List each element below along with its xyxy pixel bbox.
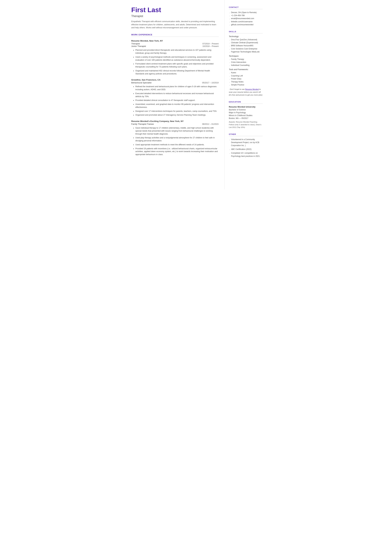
other-item-1: Volunteered in a Community Development P… <box>229 138 263 147</box>
edu-location-date: Boston, MA — 05/2017 <box>229 117 248 119</box>
job-bullets-2: Refined the treatment and behavioural pl… <box>131 85 219 117</box>
skills-tools-list: Kareo Coaching Loft Power Diary Therapy … <box>229 71 263 86</box>
job-role-3a: Family Therapist Trainee <box>131 123 154 125</box>
skills-techniques-label: Techniques: <box>229 55 263 57</box>
skill-item: Coaching Loft <box>229 74 263 77</box>
job-role-1b: Junior Therapist <box>131 45 146 47</box>
job-role-2a: Behavioural Specialist <box>131 82 152 84</box>
skill-item: DocuTrac QuicDoc (Advanced) <box>229 38 263 41</box>
edu-minors: Minors in Childhood Studies <box>229 114 252 117</box>
work-experience-header: WORK EXPERIENCE <box>131 34 219 37</box>
other-header: OTHER <box>229 133 263 136</box>
job-role-row-1a: Therapist 07/2019 – Present <box>131 42 219 45</box>
contact-item-location: Denver, OH (Open to Remote) <box>229 11 263 14</box>
other-item-2: ABC Certification (2022) <box>229 148 263 151</box>
education-header: EDUCATION <box>229 101 263 104</box>
skills-header: SKILLS <box>229 31 263 34</box>
bullet-item: Assembled, examined, and graphed data to… <box>135 103 219 109</box>
skills-tools-label: Tools and Frameworks: <box>229 68 263 70</box>
contact-item-email: email@resumeworded.com <box>229 17 263 20</box>
bullet-item: Refined the treatment and behavioural pl… <box>135 85 219 91</box>
bullet-item: Provided detailed clinical consultation … <box>135 99 219 102</box>
job-block-2: Growthsi, San Francisco, CA Behavioural … <box>131 79 219 117</box>
job-role-1a: Therapist <box>131 42 140 45</box>
contact-section: CONTACT Denver, OH (Open to Remote) +1-2… <box>229 6 263 26</box>
resume-worded-link[interactable]: Resume Worded <box>245 88 259 90</box>
candidate-summary: Empathetic Therapist with efficient comm… <box>131 20 219 29</box>
left-column: First Last Therapist Empathetic Therapis… <box>125 0 224 189</box>
job-bullets-1: Planned and provided direct therapeutic … <box>131 49 219 75</box>
bullet-item: Organized and promoted about 27 Interage… <box>135 113 219 117</box>
skill-item: Core Solutions Care Enterprise <box>229 47 263 50</box>
other-item-3: Completed 10+ competitions on Psychology… <box>229 152 263 158</box>
other-text: Volunteered in a Community Development P… <box>229 138 263 158</box>
right-column: CONTACT Denver, OH (Open to Remote) +1-2… <box>224 0 267 189</box>
job-bullets-3: Gave individual therapy to 17 children (… <box>131 126 219 156</box>
job-dates-3a: 08/2012 – 01/2015 <box>202 123 218 125</box>
job-company-2: Growthsi, San Francisco, CA <box>131 79 219 81</box>
job-dates-2a: 05/2017 – 10/2019 <box>202 82 218 84</box>
skills-tech-list: DocuTrac QuicDoc (Advanced) Clinivate Cl… <box>229 38 263 53</box>
candidate-title: Therapist <box>131 14 219 18</box>
candidate-name: First Last <box>131 6 219 14</box>
other-section: OTHER Volunteered in a Community Develop… <box>229 133 263 158</box>
education-section: EDUCATION Resume Worded University Bache… <box>229 101 263 129</box>
contact-header: CONTACT <box>229 6 263 9</box>
bullet-item: Planned and provided direct therapeutic … <box>135 49 219 55</box>
skills-section: SKILLS Technology: DocuTrac QuicDoc (Adv… <box>229 31 263 97</box>
skill-item: Family Therapy <box>229 58 263 61</box>
bullet-item: Executed detailed interventions to reduc… <box>135 92 219 98</box>
bullet-item: Organized and maintained 402 clinical re… <box>135 69 219 75</box>
bullet-item: Gave individual therapy to 17 children (… <box>135 126 219 135</box>
skill-item: Simple Practice <box>229 83 263 86</box>
job-block-3: Resume Worded's Exciting Company, New Yo… <box>131 120 219 156</box>
skill-item: Clinivate Clinitrak (Experienced) <box>229 41 263 44</box>
skills-techniques-list: Family Therapy Crisis Intervention Indiv… <box>229 58 263 67</box>
job-role-row-2a: Behavioural Specialist 05/2017 – 10/2019 <box>131 82 219 84</box>
edu-awards: Awards: Resume Worded Teaching Fellow (o… <box>229 121 263 129</box>
job-role-row-1b: Junior Therapist 10/2018 – Present <box>131 45 219 47</box>
skill-item: Therapy Notes <box>229 80 263 83</box>
bullet-item: Used appropriate treatment methods to me… <box>135 143 219 146</box>
contact-item-github: github.com/resumeworded <box>229 23 263 26</box>
job-block-1: Resume Worded, New York, NY Therapist 07… <box>131 40 219 75</box>
job-company-1: Resume Worded, New York, NY <box>131 40 219 42</box>
skills-tech-label: Technology: <box>229 35 263 38</box>
bullet-item: Used play therapy activities and a nonju… <box>135 136 219 142</box>
skill-item: Individual Counselling <box>229 64 263 67</box>
job-company-3: Resume Worded's Exciting Company, New Yo… <box>131 120 219 122</box>
contact-list: Denver, OH (Open to Remote) +1-234-456-7… <box>229 11 263 26</box>
edu-degree-label: Bachelor of Science <box>229 109 246 111</box>
skill-item: Fagerman Technologies MedLook <box>229 50 263 53</box>
edu-school: Resume Worded University <box>229 106 263 108</box>
edu-degree: Bachelor of Science Major in Psychology … <box>229 108 263 120</box>
job-dates-1a: 07/2019 – Present <box>202 43 218 45</box>
job-dates-1b: 10/2018 – Present <box>202 45 218 47</box>
skill-item: Crisis Intervention <box>229 61 263 64</box>
edu-major: Major in Psychology <box>229 112 246 114</box>
job-role-row-3a: Family Therapist Trainee 08/2012 – 01/20… <box>131 123 219 125</box>
bullet-item: Formulated client-centred treatment plan… <box>135 62 219 68</box>
contact-item-linkedin: linkedin.com/in/username <box>229 20 263 23</box>
contact-item-phone: +1-234-456-789 <box>229 14 263 17</box>
bullet-item: Provided 18 patients with incentives (i.… <box>135 147 219 156</box>
skill-item: BRB Software HorizonMIS <box>229 44 263 47</box>
skill-item: Kareo <box>229 71 263 74</box>
promo-text: · Don't forget to use Resume Worded to s… <box>229 88 263 96</box>
skill-item: Power Diary <box>229 77 263 80</box>
bullet-item: Designed over 17 interventions technique… <box>135 110 219 113</box>
bullet-item: Used a variety of psychological methods … <box>135 56 219 62</box>
